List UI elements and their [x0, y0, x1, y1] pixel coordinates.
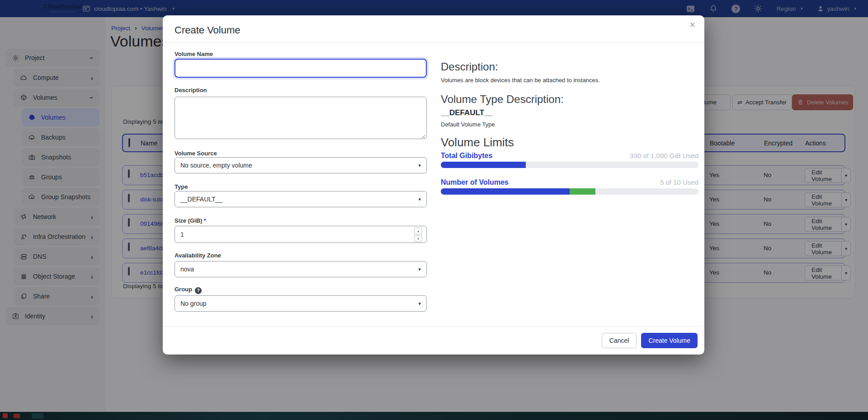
caret-down-icon: ▾ — [418, 266, 421, 272]
volume-source-select[interactable]: No source, empty volume ▾ — [175, 157, 427, 173]
close-icon[interactable]: × — [689, 19, 695, 31]
availability-zone-select[interactable]: nova ▾ — [175, 261, 427, 277]
gib-progress-fill — [441, 162, 526, 168]
group-select[interactable]: No group ▾ — [175, 295, 427, 312]
volume-source-label: Volume Source — [175, 150, 217, 157]
volume-name-label: Volume Name — [175, 51, 213, 57]
description-textarea[interactable] — [175, 97, 427, 139]
size-stepper: ▴ ▾ — [414, 228, 422, 242]
create-volume-button[interactable]: Create Volume — [641, 333, 698, 348]
description-body: Volumes are block devices that can be at… — [441, 77, 600, 84]
gib-progress-bar — [441, 162, 698, 168]
volume-name-input[interactable] — [175, 59, 427, 78]
create-volume-modal: Create Volume × Volume Name Description … — [163, 15, 704, 355]
total-gibibytes-label: Total Gibibytes — [441, 152, 492, 160]
app-root: Cloudtopiaa cloudtopiaa.com • Yashwin ▾ … — [0, 0, 868, 420]
description-label: Description — [175, 87, 207, 93]
volumes-progress-delta — [570, 188, 595, 195]
description-heading: Description: — [441, 61, 498, 73]
volumes-used-text: 5 of 10 Used — [660, 178, 698, 186]
help-icon[interactable]: ? — [195, 287, 202, 294]
volume-type-heading: Volume Type Description: — [441, 93, 564, 106]
volume-count-limit-row: Number of Volumes 5 of 10 Used — [441, 178, 698, 187]
required-asterisk: * — [203, 217, 206, 224]
number-of-volumes-label: Number of Volumes — [441, 178, 509, 187]
volume-type-desc: Default Volume Type — [441, 121, 495, 128]
cancel-button[interactable]: Cancel — [602, 333, 637, 348]
volumes-progress-fill — [441, 188, 570, 195]
group-label: Group? — [175, 286, 202, 294]
volume-limits-heading: Volume Limits — [441, 135, 514, 149]
gib-used-text: 330 of 1,000 GiB Used — [630, 152, 698, 159]
volume-count-progress-bar — [441, 188, 698, 195]
stepper-up-icon[interactable]: ▴ — [414, 228, 422, 234]
modal-footer: Cancel Create Volume — [602, 333, 698, 348]
size-label: Size (GiB)* — [175, 217, 206, 224]
type-label: Type — [175, 183, 188, 190]
caret-down-icon: ▾ — [418, 301, 421, 307]
volume-source-value: No source, empty volume — [180, 162, 252, 169]
size-input[interactable] — [175, 226, 427, 243]
stepper-down-icon[interactable]: ▾ — [414, 235, 422, 242]
caret-down-icon: ▾ — [418, 196, 421, 202]
caret-down-icon: ▾ — [418, 163, 421, 168]
group-value: No group — [180, 300, 207, 307]
volume-type-name: __DEFAULT__ — [441, 108, 493, 117]
divider — [163, 327, 704, 327]
type-select[interactable]: __DEFAULT__ ▾ — [175, 191, 427, 207]
availability-zone-value: nova — [180, 266, 194, 273]
availability-zone-label: Availability Zone — [175, 252, 221, 259]
divider — [163, 42, 704, 43]
type-value: __DEFAULT__ — [180, 196, 222, 203]
modal-title: Create Volume — [175, 24, 241, 36]
gib-limit-row: Total Gibibytes 330 of 1,000 GiB Used — [441, 152, 698, 160]
